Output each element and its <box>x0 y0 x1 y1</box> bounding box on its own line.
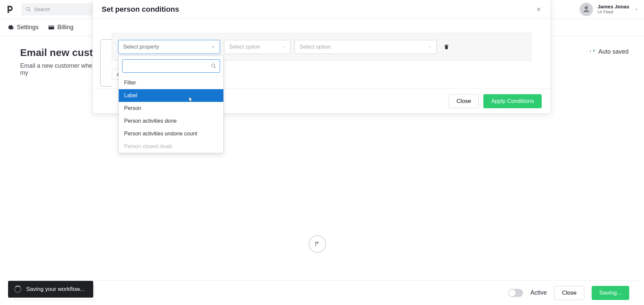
operator-select-placeholder: Select option <box>229 44 260 50</box>
dropdown-item-filter[interactable]: Filter <box>119 76 223 89</box>
modal-title: Set person conditions <box>102 5 179 14</box>
dropdown-item-label-text: Label <box>124 93 137 98</box>
property-dropdown: Filter Label Person Person activities do… <box>118 56 224 153</box>
chevron-up-icon <box>211 45 215 49</box>
modal-header: Set person conditions <box>93 0 550 19</box>
dropdown-item-label[interactable]: Label <box>119 89 223 102</box>
dropdown-item-person-closed-deals[interactable]: Person closed deals <box>119 140 223 153</box>
condition-group: Select property <box>112 33 532 61</box>
property-select-placeholder: Select property <box>123 44 159 50</box>
modal-body: Select property <box>93 19 550 88</box>
saving-toast: Saving your workflow... <box>8 281 93 298</box>
value-select-placeholder: Select option <box>300 44 331 50</box>
modal-close-button[interactable]: Close <box>449 94 479 108</box>
dropdown-item-person[interactable]: Person <box>119 102 223 115</box>
spinner-icon <box>14 286 21 293</box>
operator-select[interactable]: Select option <box>224 40 290 54</box>
dropdown-item-person-activities-done[interactable]: Person activities done <box>119 115 223 127</box>
delete-condition-button[interactable] <box>443 44 449 50</box>
dropdown-item-person-activities-undone[interactable]: Person activities undone count <box>119 127 223 140</box>
close-icon[interactable] <box>536 6 542 12</box>
condition-row: Select property <box>118 40 525 54</box>
dropdown-search-wrap <box>119 56 223 76</box>
dropdown-search[interactable] <box>122 59 220 73</box>
property-select[interactable]: Select property <box>118 40 220 54</box>
search-icon <box>211 63 216 69</box>
chevron-down-icon <box>428 45 432 49</box>
dropdown-list: Filter Label Person Person activities do… <box>119 76 223 153</box>
apply-conditions-button[interactable]: Apply Conditions <box>483 94 542 108</box>
toast-text: Saving your workflow... <box>26 286 85 293</box>
chevron-down-icon <box>281 45 285 49</box>
group-brace <box>100 39 112 87</box>
dropdown-search-input[interactable] <box>126 63 211 69</box>
modal-overlay: Set person conditions Select property <box>0 0 644 305</box>
conditions-modal: Set person conditions Select property <box>93 0 551 114</box>
value-select[interactable]: Select option <box>294 40 437 54</box>
